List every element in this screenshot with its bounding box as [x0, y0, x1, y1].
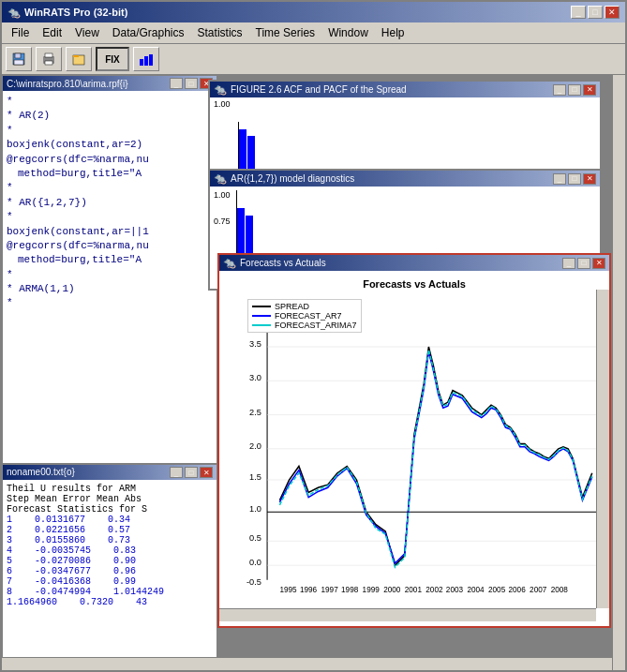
output-row-5: 5 -0.0270086 0.90 — [7, 556, 213, 566]
forecast-window-controls: _ □ ✕ — [562, 258, 605, 269]
output-maximize[interactable]: □ — [185, 467, 198, 478]
minimize-button[interactable]: _ — [571, 6, 586, 19]
svg-text:2002: 2002 — [425, 586, 443, 594]
ar-window-controls: _ □ ✕ — [553, 173, 596, 185]
script-line-8: * AR({1,2,7}) — [7, 196, 213, 210]
mdi-hscroll[interactable] — [2, 657, 612, 670]
output-row-6: 6 -0.0347677 0.96 — [7, 566, 213, 576]
acf-minimize[interactable]: _ — [553, 84, 566, 96]
script-body[interactable]: * * AR(2) * boxjenk(constant,ar=2) @regc… — [3, 91, 216, 459]
script-minimize[interactable]: _ — [170, 78, 183, 89]
forecast-hscroll[interactable] — [219, 608, 596, 621]
menu-view[interactable]: View — [69, 24, 105, 41]
forecast-chart-svg: 4.0 3.5 3.0 2.5 2.0 1.5 1.0 0.5 0.0 -0.5… — [227, 293, 602, 614]
output-minimize[interactable]: _ — [170, 467, 183, 478]
ar-maximize[interactable]: □ — [568, 173, 581, 185]
script-title-bar: C:\winratspro.810\arima.rpf{i} _ □ ✕ — [3, 76, 216, 91]
svg-text:3.0: 3.0 — [249, 373, 261, 382]
output-body[interactable]: Theil U results for ARM Step Mean Error … — [3, 480, 216, 665]
legend-arima7-label: FORECAST_ARIMA7 — [275, 321, 357, 330]
print-button[interactable] — [36, 47, 62, 71]
svg-text:2001: 2001 — [405, 586, 423, 594]
svg-rect-5 — [45, 61, 52, 65]
output-theil-header: Theil U results for ARM — [7, 484, 213, 494]
script-line-12: method=burg,title="A — [7, 253, 213, 267]
script-line-15: * — [7, 296, 213, 310]
svg-text:2.5: 2.5 — [249, 408, 261, 417]
forecast-maximize[interactable]: □ — [577, 258, 590, 269]
chart-icon — [139, 52, 154, 67]
menu-statistics[interactable]: Statistics — [192, 24, 248, 41]
legend-arima7-line — [252, 324, 271, 326]
script-line-10: boxjenk(constant,ar=||1 — [7, 225, 213, 239]
title-bar-controls: _ □ ✕ — [571, 6, 620, 19]
svg-text:2005: 2005 — [488, 586, 506, 594]
app-title: WinRATS Pro (32-bit) — [24, 7, 127, 18]
ar-minimize[interactable]: _ — [553, 173, 566, 185]
svg-rect-2 — [14, 60, 23, 65]
menu-data-graphics[interactable]: Data/Graphics — [107, 24, 190, 41]
svg-rect-10 — [149, 54, 153, 66]
svg-text:1996: 1996 — [300, 586, 318, 594]
script-line-14: * ARMA(1,1) — [7, 282, 213, 296]
forecast-window-title: Forecasts vs Actuals — [236, 258, 562, 268]
output-row-7: 7 -0.0416368 0.99 — [7, 576, 213, 587]
svg-text:2006: 2006 — [509, 586, 527, 594]
maximize-button[interactable]: □ — [588, 6, 603, 19]
output-row-2: 2 0.0221656 0.57 — [7, 525, 213, 535]
forecast-close[interactable]: ✕ — [592, 258, 605, 269]
title-bar: 🐀 WinRATS Pro (32-bit) _ □ ✕ — [2, 2, 625, 22]
svg-text:2007: 2007 — [530, 586, 547, 594]
output-close[interactable]: ✕ — [200, 467, 213, 478]
main-window: 🐀 WinRATS Pro (32-bit) _ □ ✕ File Edit V… — [0, 0, 627, 672]
save-button[interactable] — [6, 47, 32, 71]
menu-time-series[interactable]: Time Series — [250, 24, 321, 41]
svg-text:2008: 2008 — [551, 586, 569, 594]
print-icon — [41, 52, 56, 67]
acf-icon: 🐀 — [214, 83, 227, 96]
script-line-3: * — [7, 124, 213, 138]
legend-spread-line — [252, 306, 271, 307]
menu-file[interactable]: File — [6, 24, 35, 41]
script-line-13: * — [7, 268, 213, 282]
ar-close[interactable]: ✕ — [583, 173, 596, 185]
menu-bar: File Edit View Data/Graphics Statistics … — [2, 22, 625, 44]
ar-y-mid: 0.75 — [214, 217, 231, 226]
ar-window-title: AR({1,2,7}) model diagnostics — [227, 173, 553, 184]
svg-text:2000: 2000 — [383, 586, 401, 594]
forecast-minimize[interactable]: _ — [562, 258, 575, 269]
forecast-chart-title: Forecasts vs Actuals — [227, 278, 602, 290]
forecast-vscroll[interactable] — [596, 290, 609, 608]
close-button[interactable]: ✕ — [605, 6, 620, 19]
mdi-vscroll[interactable] — [612, 75, 625, 670]
acf-close[interactable]: ✕ — [583, 84, 596, 96]
fix-button[interactable]: FIX — [96, 47, 129, 71]
legend-ar7-line — [252, 315, 271, 317]
title-bar-left: 🐀 WinRATS Pro (32-bit) — [7, 7, 127, 19]
chart-button[interactable] — [133, 47, 159, 71]
svg-text:1998: 1998 — [341, 586, 359, 594]
output-row-8: 8 -0.0474994 1.0144249 1.1664960 0.7320 … — [7, 587, 213, 607]
forecast-body: Forecasts vs Actuals SPREAD FORECAST_AR7… — [219, 271, 609, 621]
open-button[interactable] — [66, 47, 92, 71]
script-window-title: C:\winratspro.810\arima.rpf{i} — [7, 79, 128, 89]
menu-edit[interactable]: Edit — [37, 24, 67, 41]
svg-text:0.0: 0.0 — [249, 558, 261, 567]
script-window: C:\winratspro.810\arima.rpf{i} _ □ ✕ * *… — [2, 75, 217, 464]
script-maximize[interactable]: □ — [185, 78, 198, 89]
svg-text:1995: 1995 — [279, 586, 297, 594]
svg-text:-0.5: -0.5 — [246, 577, 261, 587]
script-window-controls: _ □ ✕ — [170, 78, 213, 89]
forecast-arima7-line — [279, 350, 591, 567]
acf-window-controls: _ □ ✕ — [553, 84, 596, 96]
toolbar: FIX — [2, 44, 625, 75]
menu-help[interactable]: Help — [376, 24, 411, 41]
script-line-1: * — [7, 95, 213, 109]
svg-text:3.5: 3.5 — [249, 339, 261, 349]
output-row-1: 1 0.0131677 0.34 — [7, 515, 213, 525]
svg-text:1999: 1999 — [363, 586, 381, 594]
svg-rect-4 — [45, 53, 52, 57]
acf-maximize[interactable]: □ — [568, 84, 581, 96]
legend-arima7: FORECAST_ARIMA7 — [252, 321, 357, 330]
menu-window[interactable]: Window — [322, 24, 374, 41]
